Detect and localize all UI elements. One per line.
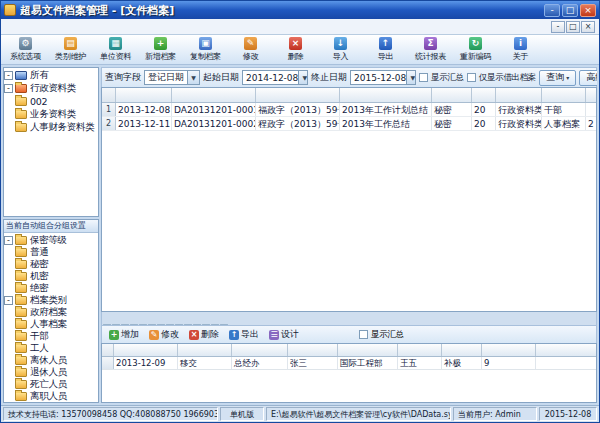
mdi-close-button[interactable]: × [581, 21, 595, 33]
tree-node[interactable]: 干部 [4, 330, 98, 342]
window-title: 超易文件档案管理 - [文件档案] [20, 3, 542, 18]
tree-node[interactable]: 政府档案 [4, 306, 98, 318]
detail-tab[interactable] [184, 324, 192, 325]
toolbar-button[interactable]: ▤ 类别维护 [48, 36, 93, 64]
detail-tab[interactable] [175, 324, 183, 325]
start-date-input[interactable]: 2014-12-08 ▼ [242, 70, 308, 85]
transfer-row[interactable]: 2013-12-09 移交 总经办 张三 国际工程部 王五 补极 9 [102, 357, 596, 370]
tree-node[interactable]: - 档案类别 [4, 294, 98, 306]
detail-tab[interactable] [211, 324, 219, 325]
toolbar-button[interactable]: ⚙ 系统选项 [3, 36, 48, 64]
only-borrowed-checkbox[interactable] [467, 73, 476, 82]
grid-empty-area [102, 131, 596, 311]
column-header[interactable] [472, 88, 496, 102]
tree-node[interactable]: 人事档案 [4, 318, 98, 330]
start-date-label: 起始日期 [203, 71, 239, 84]
edit-icon: ✎ [244, 37, 257, 50]
column-header[interactable] [116, 88, 172, 102]
tree-node[interactable]: 离休人员 [4, 354, 98, 366]
column-header[interactable] [496, 88, 542, 102]
tree-node[interactable]: 普通 [4, 246, 98, 258]
transfer-column-header[interactable] [178, 344, 232, 356]
toolbar-button[interactable]: ▣ 复制档案 [183, 36, 228, 64]
advanced-button[interactable]: 高级 [579, 70, 597, 86]
mdi-restore-button[interactable]: □ [566, 21, 580, 33]
column-header[interactable] [542, 88, 586, 102]
toolbar-button[interactable]: ✎ 修改 [228, 36, 273, 64]
end-date-input[interactable]: 2015-12-08 ▼ [350, 70, 416, 85]
detail-tab[interactable] [130, 324, 138, 325]
transfer-column-header[interactable] [288, 344, 338, 356]
detail-toolbar-button[interactable]: × 删除 [185, 328, 223, 342]
report-icon: Σ [424, 37, 437, 50]
transfer-column-header[interactable] [232, 344, 288, 356]
table-row[interactable]: 1 2013-12-08 DA20131201-0001 福政字（2013）59… [102, 103, 596, 117]
field-select[interactable]: 登记日期 ▼ [144, 70, 200, 85]
column-header[interactable] [432, 88, 472, 102]
toolbar-button-label: 导出 [378, 51, 393, 62]
detail-tab[interactable] [157, 324, 165, 325]
app-window: 超易文件档案管理 - [文件档案] - □ × - □ × ⚙ 系统选项 ▤ 类… [0, 0, 600, 423]
query-button[interactable]: 查询 ▾ [539, 70, 576, 86]
tree-node[interactable]: 秘密 [4, 258, 98, 270]
table-row[interactable]: 2 2013-12-11 DA20131201-0002 程政字（2013）59… [102, 117, 596, 131]
toolbar-button[interactable]: i 关于 [498, 36, 543, 64]
toolbar-button-label: 系统选项 [10, 51, 41, 62]
tree-node[interactable]: - 保密等级 [4, 234, 98, 246]
tree-node[interactable]: 死亡人员 [4, 378, 98, 390]
column-header[interactable] [340, 88, 432, 102]
toolbar-button[interactable]: ↻ 重新编码 [453, 36, 498, 64]
tree-node[interactable]: - 所有 [4, 69, 98, 82]
detail-tab[interactable] [121, 324, 129, 325]
detail-tab[interactable] [148, 324, 156, 325]
detail-toolbar-button[interactable]: ↑ 导出 [225, 328, 263, 342]
export-icon: ↑ [379, 37, 392, 50]
transfer-column-header[interactable] [398, 344, 442, 356]
maximize-button[interactable]: □ [562, 4, 578, 17]
detail-tab[interactable] [166, 324, 174, 325]
detail-tab[interactable] [193, 324, 201, 325]
tree-node[interactable]: 002 [4, 95, 98, 108]
support-info: 技术支持电话: 13570098458 QQ:408088750 1966903… [3, 407, 218, 421]
detail-tab[interactable] [112, 324, 120, 325]
tree-node[interactable]: 机密 [4, 270, 98, 282]
tree-node[interactable]: 工人 [4, 342, 98, 354]
column-header[interactable] [586, 88, 596, 102]
minimize-button[interactable]: - [544, 4, 560, 17]
detail-toolbar-button[interactable]: + 增加 [105, 328, 143, 342]
detail-tab[interactable] [139, 324, 147, 325]
detail-tab[interactable] [103, 324, 111, 325]
expander-icon[interactable]: - [4, 236, 13, 245]
tree-node[interactable]: 业务资料类 [4, 108, 98, 121]
toolbar-button[interactable]: ↑ 导出 [363, 36, 408, 64]
detail-toolbar-button[interactable]: ✎ 修改 [145, 328, 183, 342]
tree-node[interactable]: 绝密 [4, 282, 98, 294]
expander-icon[interactable]: - [4, 84, 13, 93]
transfer-column-header[interactable] [442, 344, 482, 356]
mdi-minimize-button[interactable]: - [551, 21, 565, 33]
toolbar-button-label: 关于 [513, 51, 528, 62]
toolbar-button[interactable]: × 删除 [273, 36, 318, 64]
toolbar-button[interactable]: + 新增档案 [138, 36, 183, 64]
expander-icon[interactable]: - [4, 296, 13, 305]
transfer-column-header[interactable] [338, 344, 398, 356]
detail-tab[interactable] [202, 324, 210, 325]
toolbar-button[interactable]: ▦ 单位资料 [93, 36, 138, 64]
detail-toolbar-button[interactable]: ☰ 设计 [265, 328, 303, 342]
toolbar-button-label: 重新编码 [460, 51, 491, 62]
tree-node[interactable]: 人事财务资料类 [4, 121, 98, 134]
detail-tab[interactable] [220, 324, 228, 325]
transfer-column-header[interactable] [482, 344, 536, 356]
expander-icon[interactable]: - [4, 71, 13, 80]
detail-show-summary-checkbox[interactable] [359, 330, 368, 339]
column-header[interactable] [256, 88, 340, 102]
tree-node[interactable]: 退休人员 [4, 366, 98, 378]
show-summary-checkbox[interactable] [419, 73, 428, 82]
toolbar-button[interactable]: Σ 统计报表 [408, 36, 453, 64]
tree-node[interactable]: 离职人员 [4, 390, 98, 402]
transfer-column-header[interactable] [114, 344, 178, 356]
close-button[interactable]: × [580, 4, 596, 17]
tree-node[interactable]: - 行政资料类 [4, 82, 98, 95]
column-header[interactable] [172, 88, 256, 102]
toolbar-button[interactable]: ↓ 导入 [318, 36, 363, 64]
